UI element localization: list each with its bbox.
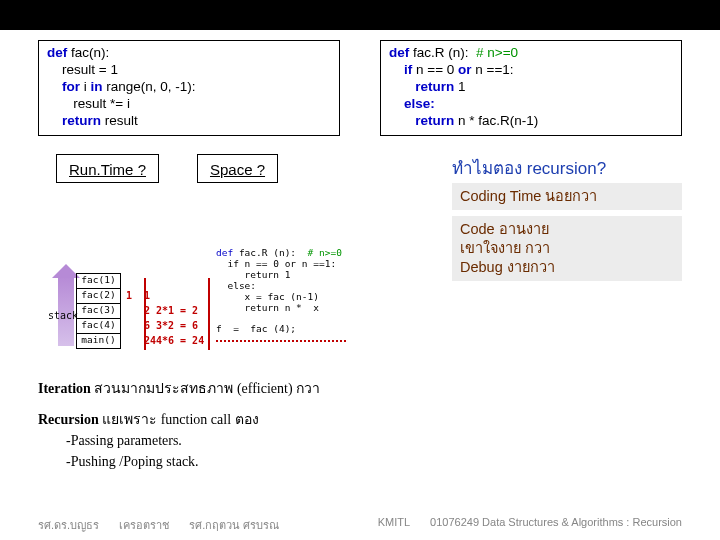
stack-cell: fac(1) — [77, 273, 121, 288]
runtime-question: Run.Time ? — [56, 154, 159, 183]
footer: รศ.ดร.บญธร เครอตราช รศ.กฤตวน ศรบรณ KMITL… — [0, 516, 720, 534]
explanation-text: Iteration สวนมากมประสทธภาพ (efficient) ก… — [38, 378, 678, 472]
stack-cell: fac(3) — [77, 303, 121, 318]
course: 01076249 Data Structures & Algorithms : … — [430, 516, 682, 534]
stack-cell: main() — [77, 333, 121, 348]
benefit-readable: Code อานงาย เขาใจงาย กวา Debug งายกวา — [452, 216, 682, 281]
call-stack: fac(1) fac(2) fac(3) fac(4) main() — [76, 273, 121, 349]
stack-cell: fac(2) — [77, 288, 121, 303]
institution: KMITL — [378, 516, 410, 534]
code-iterative: def fac(n): result = 1 for i in range(n,… — [38, 40, 340, 136]
stack-label: stack — [48, 310, 78, 321]
why-recursion: ทำไมตอง recursion? Coding Time นอยกวา Co… — [452, 154, 682, 286]
code-boxes: def fac(n): result = 1 for i in range(n,… — [38, 40, 682, 136]
benefit-coding-time: Coding Time นอยกวา — [452, 183, 682, 210]
trace-line — [144, 278, 146, 350]
why-title: ทำไมตอง recursion? — [452, 154, 682, 181]
code-recursive: def fac.R (n): # n>=0 if n == 0 or n ==1… — [380, 40, 682, 136]
space-question: Space ? — [197, 154, 278, 183]
diagram-code: def fac.R (n): # n>=0 if n == 0 or n ==1… — [216, 248, 342, 335]
stack-cell: fac(4) — [77, 318, 121, 333]
author1: รศ.ดร.บญธร — [38, 516, 99, 534]
return-values: 1 1 2 6 24 — [126, 288, 156, 348]
calculations: 2*1 = 2 3*2 = 6 4*6 = 24 — [156, 288, 204, 348]
author2: รศ.กฤตวน ศรบรณ — [189, 516, 279, 534]
author1b: เครอตราช — [119, 516, 169, 534]
dotted-line — [216, 340, 346, 342]
title-bar — [0, 0, 720, 30]
trace-line — [208, 278, 210, 350]
